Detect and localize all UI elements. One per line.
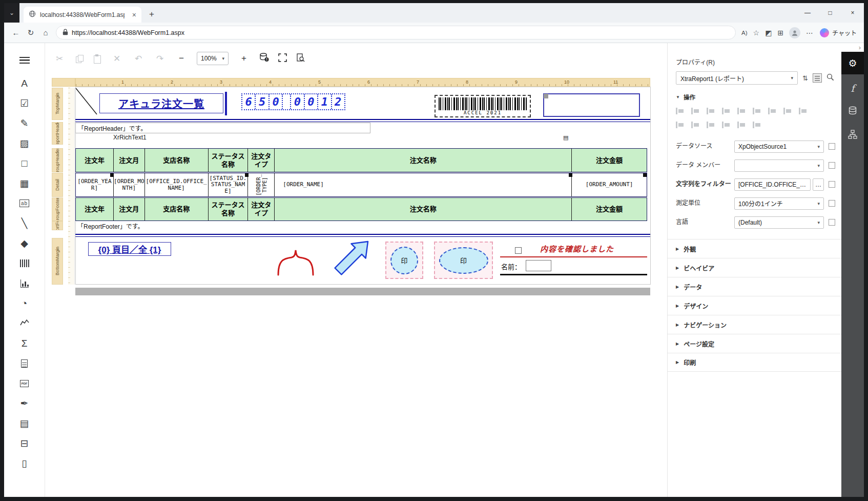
- field-list-tab[interactable]: [841, 102, 864, 122]
- panel-element[interactable]: [543, 93, 640, 117]
- property-checkbox[interactable]: [829, 219, 835, 226]
- detail-cell[interactable]: [STATUS_ID.STATUS_NAME]: [209, 173, 249, 196]
- cut-button[interactable]: ✂: [53, 53, 66, 64]
- group-header-row[interactable]: 注文年注文月支店名称ステータス名称注文タイプ注文名称注文金額: [75, 148, 647, 172]
- layout-action-icon[interactable]: [753, 107, 761, 115]
- smart-tag-handle[interactable]: [110, 173, 114, 177]
- layout-action-icon[interactable]: [737, 121, 746, 129]
- validate-bindings-button[interactable]: !: [259, 53, 269, 64]
- browser-tab[interactable]: localhost:44388/WebForm1.aspx ×: [24, 7, 141, 23]
- copy-button[interactable]: [75, 54, 84, 63]
- vertical-line-element[interactable]: [225, 92, 227, 115]
- zoom-select[interactable]: 100% ▾: [197, 52, 229, 65]
- layout-action-icon[interactable]: [691, 121, 700, 129]
- panel-handle[interactable]: [544, 94, 548, 98]
- address-bar[interactable]: https://localhost:44388/WebForm1.aspx: [56, 26, 736, 39]
- arrow-shape[interactable]: [333, 241, 370, 278]
- layout-action-icon[interactable]: [722, 121, 731, 129]
- diagonal-line-element[interactable]: [75, 88, 97, 117]
- layout-action-icon[interactable]: [799, 107, 808, 115]
- layout-action-icon[interactable]: [691, 107, 700, 115]
- undo-button[interactable]: ↶: [132, 53, 144, 64]
- property-group[interactable]: ▶ビヘイビア: [668, 258, 841, 277]
- detail-cell[interactable]: [ORDER_AMOUNT]: [572, 173, 647, 196]
- panel-tool-button[interactable]: □: [13, 153, 36, 173]
- band-tab-groupheader1[interactable]: GroupHeader1: [52, 148, 63, 172]
- layout-action-icon[interactable]: [676, 107, 685, 115]
- property-checkbox[interactable]: [829, 200, 835, 207]
- checkbox-tool-button[interactable]: ☑: [13, 93, 36, 113]
- favorites-button[interactable]: ☆: [753, 29, 760, 37]
- design-surface[interactable]: 1234567891011 TopMarginReportHeaderGroup…: [45, 74, 667, 497]
- new-tab-button[interactable]: +: [144, 7, 159, 22]
- layout-action-icon[interactable]: [707, 107, 715, 115]
- richtext-element[interactable]: XrRichText1: [113, 134, 147, 141]
- layout-action-icon[interactable]: [783, 107, 792, 115]
- band-tab-detail[interactable]: Detail: [52, 173, 63, 197]
- picture-tool-button[interactable]: ▨: [13, 133, 36, 153]
- footer-cell[interactable]: 注文月: [114, 198, 145, 221]
- report-element-select[interactable]: XtraReport1 (レポート) ▾: [676, 71, 798, 85]
- layout-action-icon[interactable]: [768, 107, 777, 115]
- property-editor-dropdown[interactable]: XpObjectSource1▾: [734, 141, 824, 153]
- zoom-in-button[interactable]: +: [238, 53, 250, 64]
- header-cell[interactable]: 支店名称: [145, 149, 209, 172]
- collections-button[interactable]: ⊞: [777, 29, 783, 37]
- group-footer-row[interactable]: 注文年注文月支店名称ステータス名称注文タイプ注文名称注文金額: [75, 197, 647, 221]
- menu-button[interactable]: [13, 50, 36, 70]
- name-field[interactable]: [526, 260, 551, 271]
- delete-button[interactable]: ✕: [111, 53, 123, 64]
- fullscreen-button[interactable]: [278, 53, 287, 64]
- detail-cell[interactable]: [ORDER_NAME]: [275, 173, 572, 196]
- gauge-tool-button[interactable]: ◔: [13, 293, 36, 313]
- summary-tool-button[interactable]: Σ: [13, 333, 36, 353]
- footer-cell[interactable]: 注文タイプ: [248, 198, 275, 221]
- property-group[interactable]: ▶印刷: [668, 353, 841, 372]
- tab-search-button[interactable]: ⌄: [4, 3, 19, 23]
- back-button[interactable]: ←: [11, 28, 20, 37]
- smart-tag-handle[interactable]: [643, 173, 647, 177]
- layout-action-icon[interactable]: [722, 107, 731, 115]
- property-editor-dropdown[interactable]: ▾: [734, 159, 824, 172]
- property-group[interactable]: ▶ナビゲーション: [668, 315, 841, 334]
- layout-action-icon[interactable]: [737, 107, 746, 115]
- layout-action-icon[interactable]: [707, 121, 715, 129]
- settings-more-button[interactable]: ⋯: [806, 29, 813, 37]
- signature-tool-button[interactable]: ✒: [13, 393, 36, 413]
- stamp-circle-element[interactable]: 印: [385, 242, 423, 279]
- header-cell[interactable]: 注文タイプ: [248, 149, 275, 172]
- property-editor-dropdown[interactable]: (Default)▾: [734, 216, 824, 229]
- property-editor-text[interactable]: [OFFICE_ID.OFFICE_ID] ...: [734, 178, 811, 191]
- detail-cell[interactable]: [ORDER_MONTH]: [114, 173, 145, 196]
- smart-tag-handle[interactable]: [569, 173, 572, 177]
- footer-cell[interactable]: 注文年: [76, 198, 114, 221]
- property-checkbox[interactable]: [829, 162, 835, 169]
- confirm-note-label[interactable]: 内容を確認しました: [540, 243, 614, 254]
- sparkline-tool-button[interactable]: [13, 313, 36, 333]
- detail-cell[interactable]: [OFFICE_ID.OFFICE_NAME]: [145, 173, 209, 196]
- band-tab-topmargin[interactable]: TopMargin: [52, 88, 63, 120]
- pageinfo-tool-button[interactable]: [13, 353, 36, 373]
- property-checkbox[interactable]: [829, 143, 835, 150]
- label-tool-button[interactable]: A: [13, 73, 36, 93]
- barcode-tool-button[interactable]: [13, 253, 36, 273]
- properties-tab[interactable]: ⚙: [841, 52, 864, 74]
- band-tab-groupfooter1[interactable]: GroupFooter1: [52, 197, 63, 221]
- smart-tag-handle[interactable]: [245, 173, 249, 177]
- smart-tag-icon[interactable]: ▤: [563, 134, 568, 141]
- band-tab-reportfooter[interactable]: ReportFooter: [52, 221, 63, 230]
- redo-button[interactable]: ↷: [154, 53, 166, 64]
- property-group[interactable]: ▶デザイン: [668, 296, 841, 315]
- zoom-out-button[interactable]: −: [175, 53, 188, 64]
- paste-button[interactable]: [93, 54, 101, 63]
- chart-tool-button[interactable]: [13, 273, 36, 293]
- extensions-button[interactable]: ◩: [765, 29, 772, 37]
- category-view-icon[interactable]: [813, 73, 822, 83]
- line-tool-button[interactable]: ╲: [13, 213, 36, 233]
- detail-cell[interactable]: [ORDER_YEAR]: [76, 173, 114, 196]
- header-cell[interactable]: 注文名称: [275, 149, 572, 172]
- property-checkbox[interactable]: [829, 181, 835, 188]
- confirm-checkbox[interactable]: [515, 247, 522, 254]
- expressions-tab[interactable]: f: [841, 78, 864, 98]
- stamp-ellipse-element[interactable]: 印: [434, 242, 493, 279]
